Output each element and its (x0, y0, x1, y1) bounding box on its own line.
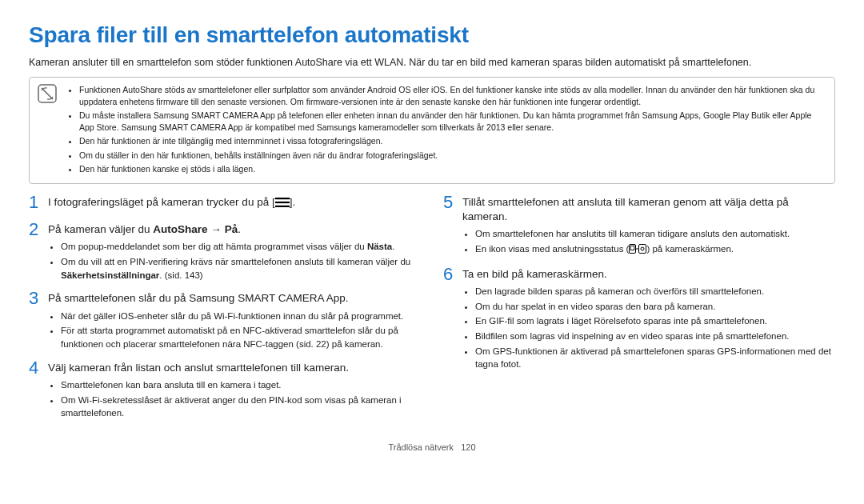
step-text: Tillåt smarttelefonen att ansluta till k… (462, 195, 835, 224)
step-number: 3 (29, 290, 48, 352)
sub-list: När det gäller iOS-enheter slår du på Wi… (48, 310, 421, 351)
page-number: 120 (461, 442, 475, 452)
svg-rect-5 (631, 246, 635, 250)
step-text: Ta en bild på kameraskärmen. (462, 267, 835, 282)
sub-item: Smarttelefonen kan bara ansluta till en … (61, 378, 421, 392)
step-number: 1 (29, 194, 48, 214)
step-number: 4 (29, 359, 48, 422)
intro-text: Kameran ansluter till en smarttelefon so… (29, 56, 835, 70)
sub-item: Den lagrade bilden sparas på kameran och… (475, 285, 835, 298)
step-text: På kameran väljer du AutoShare → På. (48, 222, 421, 237)
sub-list: Smarttelefonen kan bara ansluta till en … (48, 378, 421, 420)
step-2: 2 På kameran väljer du AutoShare → På. O… (29, 222, 421, 283)
sub-list: Om smarttelefonen har anslutits till kam… (462, 227, 835, 257)
sub-item: För att starta programmet automatiskt på… (61, 324, 421, 350)
sub-item: Om du har spelat in en video sparas den … (475, 300, 835, 314)
note-list: Funktionen AutoShare stöds av smarttelef… (68, 84, 826, 178)
step-3: 3 På smarttelefonen slår du på Samsung S… (29, 291, 421, 352)
sub-item: Om popup-meddelandet som ber dig att häm… (61, 240, 421, 254)
step-number: 6 (443, 266, 462, 373)
step-1: 1 I fotograferingsläget på kameran tryck… (29, 195, 421, 214)
page-title: Spara filer till en smarttelefon automat… (29, 22, 835, 48)
left-column: 1 I fotograferingsläget på kameran tryck… (29, 195, 421, 430)
sub-item: Om GPS-funktionen är aktiverad på smartt… (475, 345, 835, 371)
step-text: I fotograferingsläget på kameran trycker… (48, 195, 421, 211)
step-text: På smarttelefonen slår du på Samsung SMA… (48, 291, 421, 306)
svg-rect-1 (275, 198, 290, 199)
connection-status-icon (629, 244, 646, 258)
step-5: 5 Tillåt smarttelefonen att ansluta till… (443, 195, 835, 259)
step-4: 4 Välj kameran från listan och anslut sm… (29, 361, 421, 422)
note-item: Om du ställer in den här funktionen, beh… (79, 150, 826, 162)
sub-item: En GIF-fil som lagrats i läget Rörelsefo… (475, 314, 835, 328)
sub-item: Om smarttelefonen har anslutits till kam… (475, 227, 835, 241)
page-footer: Trådlösa nätverk 120 (29, 442, 835, 452)
sub-item: Om du vill att en PIN-verifiering krävs … (61, 255, 421, 282)
note-item: Den här funktionen kanske ej stöds i all… (79, 163, 826, 175)
step-number: 2 (29, 221, 48, 283)
svg-rect-3 (275, 206, 290, 207)
svg-point-7 (641, 247, 644, 250)
note-item: Du måste installera Samsung SMART CAMERA… (79, 110, 826, 134)
note-box: Funktionen AutoShare stöds av smarttelef… (29, 77, 835, 185)
sub-list: Den lagrade bilden sparas på kameran och… (462, 285, 835, 371)
sub-item: När det gäller iOS-enheter slår du på Wi… (61, 310, 421, 323)
svg-rect-6 (639, 245, 646, 254)
note-item: Funktionen AutoShare stöds av smarttelef… (79, 84, 826, 108)
step-text: Välj kameran från listan och anslut smar… (48, 361, 421, 375)
menu-icon (275, 197, 290, 211)
sub-list: Om popup-meddelandet som ber dig att häm… (48, 240, 421, 282)
note-icon (38, 84, 60, 103)
step-6: 6 Ta en bild på kameraskärmen. Den lagra… (443, 267, 835, 373)
sub-item: Bildfilen som lagras vid inspelning av e… (475, 330, 835, 343)
step-number: 5 (443, 194, 462, 259)
right-column: 5 Tillåt smarttelefonen att ansluta till… (443, 195, 835, 430)
footer-section: Trådlösa nätverk (388, 442, 454, 452)
svg-rect-2 (275, 202, 290, 203)
note-item: Den här funktionen är inte tillgänglig m… (79, 135, 826, 147)
sub-item: En ikon visas med anslutningsstatus () p… (475, 242, 835, 258)
sub-item: Om Wi-Fi-sekretesslåset är aktiverat ang… (61, 394, 421, 420)
